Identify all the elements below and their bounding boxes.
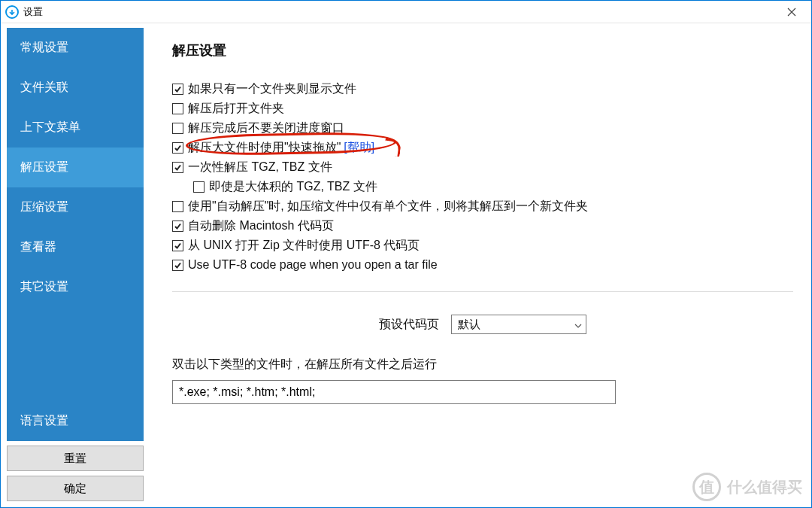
nav-list: 常规设置 文件关联 上下文菜单 解压设置 压缩设置 查看器 其它设置 语言设置 — [7, 28, 144, 441]
sidebar-item-viewer[interactable]: 查看器 — [7, 227, 144, 267]
sidebar: 常规设置 文件关联 上下文菜单 解压设置 压缩设置 查看器 其它设置 语言设置 … — [1, 23, 150, 507]
sidebar-item-label: 压缩设置 — [20, 200, 68, 213]
page-title: 解压设置 — [172, 41, 793, 59]
sidebar-item-label: 查看器 — [20, 240, 56, 253]
ok-button[interactable]: 确定 — [7, 476, 144, 501]
codepage-select[interactable]: 默认 — [451, 315, 586, 334]
body: 常规设置 文件关联 上下文菜单 解压设置 压缩设置 查看器 其它设置 语言设置 … — [1, 23, 811, 507]
run-after-label: 双击以下类型的文件时，在解压所有文件之后运行 — [172, 357, 793, 373]
sidebar-item-label: 语言设置 — [20, 414, 68, 427]
codepage-row: 预设代码页 默认 — [172, 315, 793, 334]
option-row: 即使是大体积的 TGZ, TBZ 文件 — [193, 178, 793, 195]
option-row: Use UTF-8 code page when you open a tar … — [172, 257, 793, 273]
option-row: 解压完成后不要关闭进度窗口 — [172, 120, 793, 136]
checkbox[interactable] — [172, 103, 183, 114]
option-label: 解压后打开文件夹 — [188, 100, 284, 117]
checkbox[interactable] — [172, 123, 183, 134]
checkbox[interactable] — [172, 240, 183, 251]
option-label: 解压完成后不要关闭进度窗口 — [188, 120, 344, 136]
settings-window: 设置 常规设置 文件关联 上下文菜单 解压设置 压缩设置 查看器 其它设置 语言… — [0, 0, 812, 508]
checkbox[interactable] — [172, 260, 183, 271]
help-link[interactable]: [帮助] — [344, 139, 374, 156]
sidebar-item-label: 文件关联 — [20, 81, 68, 93]
sidebar-item-label: 上下文菜单 — [20, 120, 80, 133]
option-label: 如果只有一个文件夹则显示文件 — [188, 81, 356, 97]
close-icon — [787, 8, 796, 17]
option-row: 解压后打开文件夹 — [172, 100, 793, 117]
checkbox[interactable] — [193, 181, 205, 193]
sidebar-item-label: 解压设置 — [20, 160, 68, 173]
option-label: 从 UNIX 打开 Zip 文件时使用 UTF-8 代码页 — [188, 237, 420, 254]
sidebar-item-label: 常规设置 — [20, 41, 68, 53]
checkbox[interactable] — [172, 142, 183, 154]
option-row: 一次性解压 TGZ, TBZ 文件 — [172, 159, 793, 175]
extensions-input[interactable] — [172, 380, 616, 404]
sidebar-item-general[interactable]: 常规设置 — [7, 28, 144, 68]
option-row: 如果只有一个文件夹则显示文件 — [172, 81, 793, 97]
option-label: 即使是大体积的 TGZ, TBZ 文件 — [209, 178, 377, 195]
sidebar-item-language[interactable]: 语言设置 — [7, 401, 144, 441]
option-row: 自动删除 Macintosh 代码页 — [172, 217, 793, 234]
option-label: 一次性解压 TGZ, TBZ 文件 — [188, 159, 332, 175]
codepage-label: 预设代码页 — [379, 317, 439, 333]
close-button[interactable] — [777, 1, 807, 23]
option-label: Use UTF-8 code page when you open a tar … — [188, 257, 438, 273]
sidebar-item-label: 其它设置 — [20, 280, 68, 293]
sidebar-item-other[interactable]: 其它设置 — [7, 267, 144, 307]
content-panel: 解压设置 如果只有一个文件夹则显示文件解压后打开文件夹解压完成后不要关闭进度窗口… — [150, 23, 811, 507]
codepage-value: 默认 — [458, 318, 480, 332]
checkbox[interactable] — [172, 201, 183, 212]
option-row: 使用"自动解压"时, 如压缩文件中仅有单个文件，则将其解压到一个新文件夹 — [172, 198, 793, 214]
option-label: 使用"自动解压"时, 如压缩文件中仅有单个文件，则将其解压到一个新文件夹 — [188, 198, 588, 214]
option-label: 自动删除 Macintosh 代码页 — [188, 217, 334, 234]
checkbox[interactable] — [172, 84, 183, 95]
option-row: 解压大文件时使用"快速拖放" [帮助] — [172, 139, 793, 156]
divider — [172, 291, 793, 292]
sidebar-item-context[interactable]: 上下文菜单 — [7, 108, 144, 148]
titlebar: 设置 — [1, 1, 811, 23]
sidebar-item-fileassoc[interactable]: 文件关联 — [7, 68, 144, 108]
sidebar-item-extract[interactable]: 解压设置 — [7, 148, 144, 187]
option-label: 解压大文件时使用"快速拖放" — [188, 139, 341, 156]
sidebar-item-compress[interactable]: 压缩设置 — [7, 187, 144, 227]
window-title: 设置 — [23, 5, 43, 19]
app-icon — [5, 5, 19, 19]
options-list: 如果只有一个文件夹则显示文件解压后打开文件夹解压完成后不要关闭进度窗口解压大文件… — [172, 81, 793, 273]
option-row: 从 UNIX 打开 Zip 文件时使用 UTF-8 代码页 — [172, 237, 793, 254]
reset-button[interactable]: 重置 — [7, 446, 144, 471]
checkbox[interactable] — [172, 162, 183, 173]
checkbox[interactable] — [172, 221, 183, 232]
